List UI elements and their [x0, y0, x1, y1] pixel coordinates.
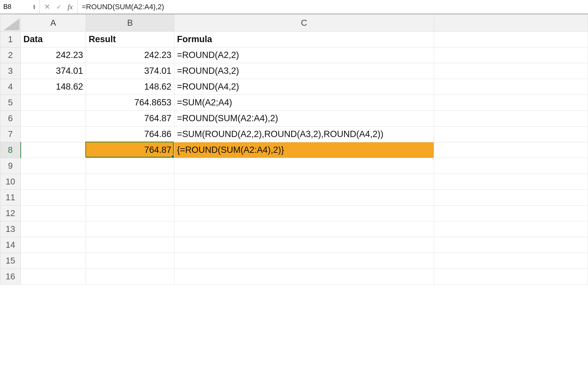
cell[interactable]	[174, 221, 434, 237]
col-header-rest[interactable]	[434, 14, 588, 32]
cell[interactable]	[21, 190, 86, 206]
cell[interactable]	[86, 253, 174, 269]
cell[interactable]: 374.01	[86, 63, 174, 79]
grid-row: 9	[0, 158, 588, 174]
cell[interactable]	[434, 253, 588, 269]
cell[interactable]: 148.62	[86, 79, 174, 95]
cell[interactable]	[434, 111, 588, 126]
cell[interactable]	[174, 206, 434, 221]
cell[interactable]	[86, 221, 174, 237]
cell[interactable]	[86, 174, 174, 190]
cell[interactable]	[434, 237, 588, 253]
cell[interactable]	[21, 158, 86, 174]
cell[interactable]	[434, 206, 588, 221]
cell[interactable]	[21, 237, 86, 253]
cell[interactable]	[86, 190, 174, 206]
cell[interactable]	[434, 269, 588, 285]
cell[interactable]: =ROUND(A2,2)	[174, 47, 434, 63]
cell[interactable]	[21, 111, 86, 126]
grid-row: 1DataResultFormula	[0, 32, 588, 47]
fx-icon[interactable]: fx	[68, 3, 73, 11]
row-header[interactable]: 14	[0, 237, 21, 253]
row-header[interactable]: 8	[0, 142, 21, 158]
row-header[interactable]: 4	[0, 79, 21, 95]
cell[interactable]	[174, 174, 434, 190]
cell[interactable]	[86, 158, 174, 174]
cell[interactable]	[434, 79, 588, 95]
cell[interactable]: 764.8653	[86, 95, 174, 111]
cell[interactable]	[21, 206, 86, 221]
column-header-row: A B C	[0, 14, 588, 32]
name-box-stepper[interactable]: ▲ ▼	[33, 4, 36, 10]
cell[interactable]: 242.23	[86, 47, 174, 63]
cell[interactable]	[21, 253, 86, 269]
cell[interactable]	[86, 269, 174, 285]
cancel-icon[interactable]: ✕	[44, 3, 50, 11]
row-header[interactable]: 10	[0, 174, 21, 190]
row-header[interactable]: 6	[0, 111, 21, 126]
cell[interactable]	[174, 190, 434, 206]
cell[interactable]	[21, 95, 86, 111]
row-header[interactable]: 7	[0, 126, 21, 142]
grid-row: 7764.86=SUM(ROUND(A2,2),ROUND(A3,2),ROUN…	[0, 126, 588, 142]
row-header[interactable]: 12	[0, 206, 21, 221]
select-all-corner[interactable]	[0, 14, 21, 32]
cell[interactable]: =ROUND(A3,2)	[174, 63, 434, 79]
grid-row: 13	[0, 221, 588, 237]
row-header[interactable]: 16	[0, 269, 21, 285]
row-header[interactable]: 5	[0, 95, 21, 111]
cell[interactable]	[86, 206, 174, 221]
cell[interactable]: =SUM(A2;A4)	[174, 95, 434, 111]
row-header[interactable]: 13	[0, 221, 21, 237]
cell[interactable]: Data	[21, 32, 86, 47]
cell[interactable]	[434, 142, 588, 158]
cell[interactable]	[86, 237, 174, 253]
cell[interactable]: =ROUND(SUM(A2:A4),2)	[174, 111, 434, 126]
cell[interactable]	[434, 190, 588, 206]
cell[interactable]: 242.23	[21, 47, 86, 63]
row-header[interactable]: 11	[0, 190, 21, 206]
cell[interactable]	[434, 47, 588, 63]
grid-row: 5764.8653=SUM(A2;A4)	[0, 95, 588, 111]
cell[interactable]	[434, 63, 588, 79]
cell[interactable]	[174, 158, 434, 174]
cell[interactable]	[174, 253, 434, 269]
cell[interactable]: 148.62	[21, 79, 86, 95]
row-header[interactable]: 9	[0, 158, 21, 174]
row-header[interactable]: 3	[0, 63, 21, 79]
cell[interactable]: =SUM(ROUND(A2,2),ROUND(A3,2),ROUND(A4,2)…	[174, 126, 434, 142]
confirm-icon[interactable]: ✓	[56, 3, 62, 11]
cell[interactable]: =ROUND(A4,2)	[174, 79, 434, 95]
cell[interactable]	[21, 126, 86, 142]
cell[interactable]	[434, 126, 588, 142]
row-header[interactable]: 1	[0, 32, 21, 47]
cell[interactable]: Formula	[174, 32, 434, 47]
formula-input[interactable]: =ROUND(SUM(A2:A4),2)	[78, 3, 588, 11]
cell[interactable]	[434, 174, 588, 190]
cell[interactable]	[434, 158, 588, 174]
cell[interactable]	[434, 32, 588, 47]
cell[interactable]	[434, 95, 588, 111]
cell[interactable]	[174, 269, 434, 285]
col-header-A[interactable]: A	[21, 14, 86, 32]
row-header[interactable]: 2	[0, 47, 21, 63]
row-header[interactable]: 15	[0, 253, 21, 269]
cell[interactable]: 764.87	[86, 142, 174, 158]
grid-row: 4148.62148.62=ROUND(A4,2)	[0, 79, 588, 95]
cell[interactable]	[21, 221, 86, 237]
cell[interactable]	[434, 221, 588, 237]
cell[interactable]	[21, 269, 86, 285]
cell[interactable]: Result	[86, 32, 174, 47]
name-box[interactable]: B8 ▲ ▼	[0, 0, 40, 14]
col-header-B[interactable]: B	[86, 14, 174, 32]
cell[interactable]: 764.86	[86, 126, 174, 142]
grid-row: 10	[0, 174, 588, 190]
cell[interactable]	[21, 174, 86, 190]
cell[interactable]: {=ROUND(SUM(A2:A4),2)}	[174, 142, 434, 158]
cell[interactable]	[21, 142, 86, 158]
cell[interactable]	[174, 237, 434, 253]
cell[interactable]: 764.87	[86, 111, 174, 126]
cell[interactable]: 374.01	[21, 63, 86, 79]
stepper-down-icon[interactable]: ▼	[33, 7, 36, 10]
col-header-C[interactable]: C	[174, 14, 434, 32]
